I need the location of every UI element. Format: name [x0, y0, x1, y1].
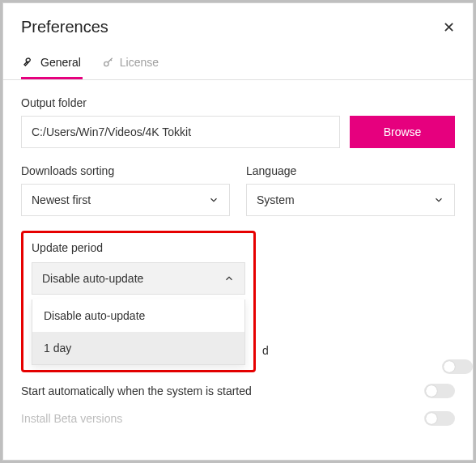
language-value: System	[257, 193, 295, 206]
key-icon	[102, 56, 115, 69]
setting-row-start-with-system: Start automatically when the system is s…	[21, 377, 455, 405]
wrench-icon	[23, 56, 36, 69]
close-icon[interactable]: ✕	[443, 19, 455, 36]
svg-point-0	[104, 62, 108, 66]
option-1-day[interactable]: 1 day	[32, 332, 244, 364]
settings-list: Start automatically when the system is s…	[3, 377, 473, 432]
setting-row-hidden-toggle	[442, 353, 473, 380]
update-period-label: Update period	[32, 241, 245, 254]
obscured-text-fragment: d	[262, 344, 269, 357]
toggle-start-with-system[interactable]	[424, 384, 455, 398]
downloads-sorting-value: Newest first	[32, 193, 91, 206]
window-title: Preferences	[21, 18, 108, 36]
browse-button[interactable]: Browse	[350, 116, 455, 148]
language-select[interactable]: System	[246, 184, 455, 216]
update-period-select[interactable]: Disable auto-update	[32, 262, 245, 295]
body: Output folder C:/Users/Win7/Videos/4K To…	[3, 80, 473, 372]
output-folder-label: Output folder	[21, 96, 455, 109]
update-period-block: Update period Disable auto-update Disabl…	[21, 231, 256, 372]
update-period-dropdown: Disable auto-update 1 day	[32, 299, 245, 365]
chevron-down-icon	[208, 194, 219, 206]
downloads-sorting-select[interactable]: Newest first	[21, 184, 230, 216]
preferences-window: Preferences ✕ General License Output fol…	[2, 2, 474, 461]
downloads-sorting-label: Downloads sorting	[21, 164, 230, 177]
tab-license[interactable]: License	[100, 51, 160, 79]
tab-bar: General License	[3, 45, 473, 80]
chevron-up-icon	[223, 273, 235, 284]
output-folder-input[interactable]: C:/Users/Win7/Videos/4K Tokkit	[21, 116, 340, 148]
toggle-install-beta[interactable]	[424, 411, 455, 426]
language-label: Language	[246, 164, 455, 177]
tab-general[interactable]: General	[21, 51, 83, 79]
option-disable-auto-update[interactable]: Disable auto-update	[32, 299, 244, 332]
toggle-hidden[interactable]	[442, 359, 473, 374]
install-beta-label: Install Beta versions	[21, 412, 122, 425]
update-period-value: Disable auto-update	[42, 272, 143, 285]
tab-license-label: License	[120, 56, 159, 69]
tab-general-label: General	[40, 56, 81, 69]
chevron-down-icon	[433, 194, 444, 206]
header: Preferences ✕	[3, 3, 473, 45]
setting-row-install-beta: Install Beta versions	[21, 405, 455, 432]
start-with-system-label: Start automatically when the system is s…	[21, 384, 252, 397]
